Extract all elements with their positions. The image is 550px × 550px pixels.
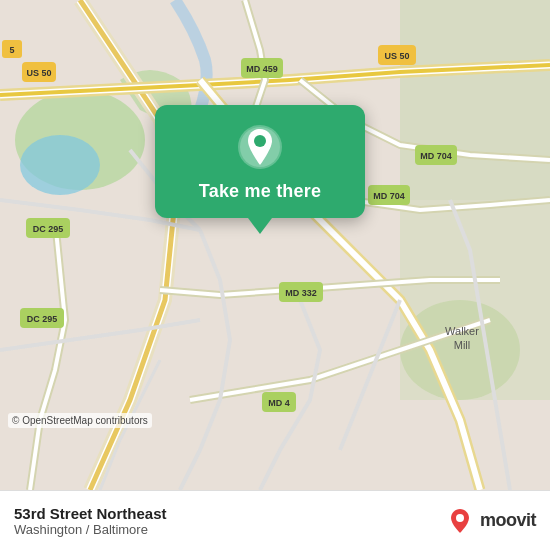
moovit-pin-icon (446, 507, 474, 535)
svg-text:Walker: Walker (445, 325, 479, 337)
svg-text:MD 459: MD 459 (246, 64, 278, 74)
location-info: 53rd Street Northeast Washington / Balti… (14, 505, 167, 537)
copyright-text: © OpenStreetMap contributors (8, 413, 152, 428)
location-name: 53rd Street Northeast (14, 505, 167, 522)
svg-text:MD 704: MD 704 (420, 151, 452, 161)
location-pin-icon (236, 123, 284, 171)
svg-text:MD 4: MD 4 (268, 398, 290, 408)
svg-rect-3 (400, 0, 550, 200)
svg-point-31 (456, 514, 464, 522)
svg-text:Mill: Mill (454, 339, 471, 351)
svg-text:US 50: US 50 (384, 51, 409, 61)
bottom-bar: 53rd Street Northeast Washington / Balti… (0, 490, 550, 550)
moovit-label: moovit (480, 510, 536, 531)
svg-text:MD 332: MD 332 (285, 288, 317, 298)
svg-text:US 50: US 50 (26, 68, 51, 78)
svg-text:5: 5 (9, 45, 14, 55)
moovit-logo: moovit (446, 507, 536, 535)
location-city: Washington / Baltimore (14, 522, 167, 537)
svg-point-2 (20, 135, 100, 195)
svg-text:MD 704: MD 704 (373, 191, 405, 201)
svg-text:DC 295: DC 295 (33, 224, 64, 234)
svg-text:DC 295: DC 295 (27, 314, 58, 324)
svg-point-30 (254, 135, 266, 147)
map-container: US 50 5 US 50 MD 459 MD 704 MD 704 DC 29… (0, 0, 550, 490)
take-me-there-button[interactable]: Take me there (199, 181, 321, 202)
popup-card[interactable]: Take me there (155, 105, 365, 218)
